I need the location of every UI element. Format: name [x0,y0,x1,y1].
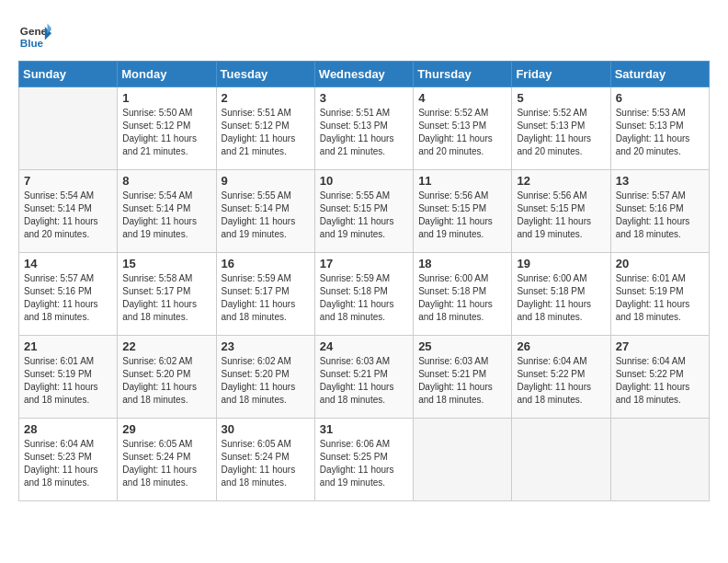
day-number: 19 [517,257,605,270]
day-cell: 26Sunrise: 6:04 AMSunset: 5:22 PMDayligh… [512,336,610,419]
day-cell: 8Sunrise: 5:54 AMSunset: 5:14 PMDaylight… [118,170,216,253]
day-info: Sunrise: 5:59 AMSunset: 5:18 PMDaylight:… [320,272,408,324]
day-info: Sunrise: 5:52 AMSunset: 5:13 PMDaylight:… [517,107,605,158]
weekday-header-friday: Friday [512,62,610,87]
day-cell: 13Sunrise: 5:57 AMSunset: 5:16 PMDayligh… [610,170,709,253]
day-info: Sunrise: 6:01 AMSunset: 5:19 PMDaylight:… [616,272,704,324]
day-number: 11 [418,174,506,188]
day-info: Sunrise: 6:00 AMSunset: 5:18 PMDaylight:… [517,272,605,324]
day-cell: 14Sunrise: 5:57 AMSunset: 5:16 PMDayligh… [19,253,118,336]
day-info: Sunrise: 6:01 AMSunset: 5:19 PMDaylight:… [24,355,112,407]
day-info: Sunrise: 6:04 AMSunset: 5:22 PMDaylight:… [616,355,704,407]
day-number: 6 [616,91,704,105]
day-info: Sunrise: 6:02 AMSunset: 5:20 PMDaylight:… [122,355,210,407]
day-info: Sunrise: 6:03 AMSunset: 5:21 PMDaylight:… [418,355,506,407]
day-cell [512,419,610,501]
weekday-header-monday: Monday [118,62,216,87]
day-cell: 15Sunrise: 5:58 AMSunset: 5:17 PMDayligh… [118,253,216,336]
day-info: Sunrise: 6:04 AMSunset: 5:23 PMDaylight:… [24,438,112,489]
day-info: Sunrise: 5:57 AMSunset: 5:16 PMDaylight:… [24,272,112,324]
day-cell: 21Sunrise: 6:01 AMSunset: 5:19 PMDayligh… [19,336,118,419]
day-cell: 7Sunrise: 5:54 AMSunset: 5:14 PMDaylight… [19,170,118,253]
week-row-5: 28Sunrise: 6:04 AMSunset: 5:23 PMDayligh… [19,419,710,501]
weekday-header-row: SundayMondayTuesdayWednesdayThursdayFrid… [19,62,710,87]
day-info: Sunrise: 5:57 AMSunset: 5:16 PMDaylight:… [616,190,704,241]
week-row-4: 21Sunrise: 6:01 AMSunset: 5:19 PMDayligh… [19,336,710,419]
day-cell: 22Sunrise: 6:02 AMSunset: 5:20 PMDayligh… [118,336,216,419]
day-number: 17 [320,257,408,270]
day-number: 14 [24,257,112,270]
day-number: 13 [616,174,704,188]
page-header: General Blue [18,18,710,52]
day-info: Sunrise: 5:59 AMSunset: 5:17 PMDaylight:… [222,272,310,324]
week-row-1: 1Sunrise: 5:50 AMSunset: 5:12 PMDaylight… [19,87,710,170]
day-number: 3 [320,91,408,105]
day-info: Sunrise: 5:55 AMSunset: 5:14 PMDaylight:… [222,190,310,241]
day-info: Sunrise: 6:00 AMSunset: 5:18 PMDaylight:… [418,272,506,324]
day-number: 12 [517,174,605,188]
day-cell: 6Sunrise: 5:53 AMSunset: 5:13 PMDaylight… [610,87,709,170]
weekday-header-wednesday: Wednesday [314,62,413,87]
day-number: 31 [320,422,408,436]
day-cell: 16Sunrise: 5:59 AMSunset: 5:17 PMDayligh… [216,253,314,336]
day-info: Sunrise: 6:03 AMSunset: 5:21 PMDaylight:… [320,355,408,407]
day-cell: 11Sunrise: 5:56 AMSunset: 5:15 PMDayligh… [414,170,512,253]
day-info: Sunrise: 5:52 AMSunset: 5:13 PMDaylight:… [418,107,506,158]
day-info: Sunrise: 6:06 AMSunset: 5:25 PMDaylight:… [320,438,408,489]
day-number: 7 [24,174,112,188]
day-cell: 18Sunrise: 6:00 AMSunset: 5:18 PMDayligh… [414,253,512,336]
day-number: 23 [222,339,310,353]
day-info: Sunrise: 5:56 AMSunset: 5:15 PMDaylight:… [418,190,506,241]
day-number: 10 [320,174,408,188]
weekday-header-sunday: Sunday [19,62,118,87]
week-row-2: 7Sunrise: 5:54 AMSunset: 5:14 PMDaylight… [19,170,710,253]
day-info: Sunrise: 5:58 AMSunset: 5:17 PMDaylight:… [122,272,210,324]
day-number: 20 [616,257,704,270]
day-info: Sunrise: 5:54 AMSunset: 5:14 PMDaylight:… [24,190,112,241]
day-cell: 17Sunrise: 5:59 AMSunset: 5:18 PMDayligh… [314,253,413,336]
day-number: 18 [418,257,506,270]
day-cell: 10Sunrise: 5:55 AMSunset: 5:15 PMDayligh… [314,170,413,253]
logo-icon: General Blue [18,18,51,52]
day-cell [19,87,118,170]
day-number: 8 [122,174,210,188]
day-info: Sunrise: 5:50 AMSunset: 5:12 PMDaylight:… [122,107,210,158]
day-cell: 4Sunrise: 5:52 AMSunset: 5:13 PMDaylight… [414,87,512,170]
day-cell [610,419,709,501]
day-number: 5 [517,91,605,105]
day-number: 26 [517,339,605,353]
day-info: Sunrise: 5:51 AMSunset: 5:13 PMDaylight:… [320,107,408,158]
day-number: 21 [24,339,112,353]
day-number: 29 [122,422,210,436]
weekday-header-thursday: Thursday [414,62,512,87]
day-info: Sunrise: 6:05 AMSunset: 5:24 PMDaylight:… [122,438,210,489]
day-number: 28 [24,422,112,436]
day-cell: 27Sunrise: 6:04 AMSunset: 5:22 PMDayligh… [610,336,709,419]
day-cell [414,419,512,501]
day-info: Sunrise: 6:02 AMSunset: 5:20 PMDaylight:… [222,355,310,407]
day-cell: 1Sunrise: 5:50 AMSunset: 5:12 PMDaylight… [118,87,216,170]
day-cell: 31Sunrise: 6:06 AMSunset: 5:25 PMDayligh… [314,419,413,501]
day-number: 2 [222,91,310,105]
day-number: 16 [222,257,310,270]
day-cell: 30Sunrise: 6:05 AMSunset: 5:24 PMDayligh… [216,419,314,501]
day-cell: 5Sunrise: 5:52 AMSunset: 5:13 PMDaylight… [512,87,610,170]
day-info: Sunrise: 6:04 AMSunset: 5:22 PMDaylight:… [517,355,605,407]
day-number: 1 [122,91,210,105]
day-info: Sunrise: 5:53 AMSunset: 5:13 PMDaylight:… [616,107,704,158]
svg-text:Blue: Blue [20,37,44,49]
day-cell: 23Sunrise: 6:02 AMSunset: 5:20 PMDayligh… [216,336,314,419]
day-info: Sunrise: 5:55 AMSunset: 5:15 PMDaylight:… [320,190,408,241]
day-number: 27 [616,339,704,353]
day-info: Sunrise: 5:51 AMSunset: 5:12 PMDaylight:… [222,107,310,158]
day-number: 25 [418,339,506,353]
weekday-header-tuesday: Tuesday [216,62,314,87]
day-cell: 9Sunrise: 5:55 AMSunset: 5:14 PMDaylight… [216,170,314,253]
day-cell: 12Sunrise: 5:56 AMSunset: 5:15 PMDayligh… [512,170,610,253]
day-cell: 24Sunrise: 6:03 AMSunset: 5:21 PMDayligh… [314,336,413,419]
day-cell: 25Sunrise: 6:03 AMSunset: 5:21 PMDayligh… [414,336,512,419]
logo: General Blue [18,18,51,52]
day-cell: 29Sunrise: 6:05 AMSunset: 5:24 PMDayligh… [118,419,216,501]
day-info: Sunrise: 5:56 AMSunset: 5:15 PMDaylight:… [517,190,605,241]
calendar-table: SundayMondayTuesdayWednesdayThursdayFrid… [18,61,710,501]
